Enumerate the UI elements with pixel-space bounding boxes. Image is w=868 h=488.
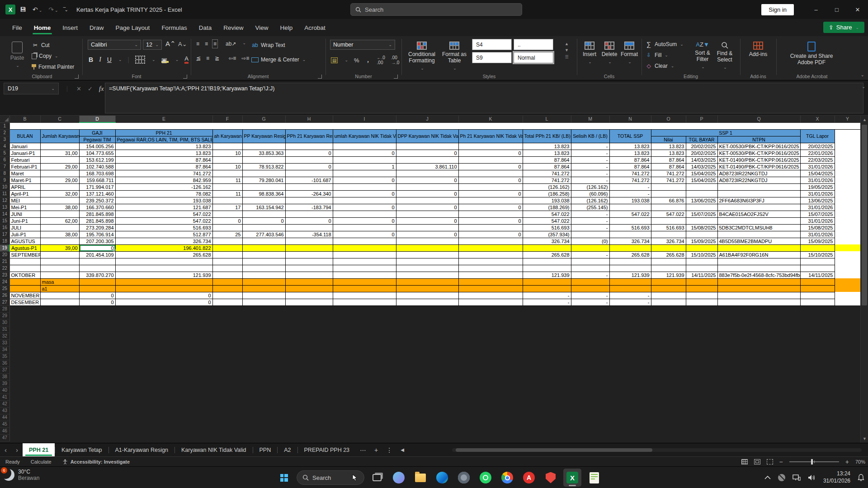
cell[interactable] <box>212 258 242 265</box>
cell[interactable] <box>800 265 835 272</box>
cell[interactable]: 159.668.711 <box>79 177 115 183</box>
sheet-tab-prepaid-pph-23[interactable]: PREPAID PPH 23 <box>298 443 356 457</box>
cell[interactable] <box>835 217 860 224</box>
cell[interactable]: 20/02/2025 <box>800 143 835 150</box>
cell[interactable]: 13.823 <box>523 150 571 156</box>
cell[interactable]: KET-00530/PBK-CT/KPP.0616/2025 <box>717 150 800 156</box>
wrap-text-button[interactable]: abWrap Text <box>251 40 285 51</box>
cell[interactable]: Maret <box>9 170 40 177</box>
font-family-select[interactable]: Calibri⌄ <box>88 40 141 50</box>
header-cell[interactable]: Pegawai RAR,OS LAIN, TIM, PIM, BTS SALES <box>115 136 212 143</box>
increase-indent-icon[interactable]: ⇨≡ <box>241 55 249 61</box>
cell[interactable]: 239.250.372 <box>79 197 115 204</box>
cell[interactable] <box>458 292 523 299</box>
cell[interactable] <box>609 217 651 224</box>
align-left-icon[interactable]: ≦︎ <box>196 55 201 61</box>
cell[interactable]: 66.876 <box>651 197 686 204</box>
cell[interactable] <box>333 156 396 163</box>
cell[interactable]: Januari-P1 <box>9 150 40 156</box>
column-header-K[interactable]: K <box>458 116 523 122</box>
cell[interactable]: 0 <box>396 204 458 211</box>
cell[interactable]: 0 <box>458 217 523 224</box>
cell[interactable]: 14/03/2025 <box>686 163 717 170</box>
cell[interactable] <box>609 265 651 272</box>
cell[interactable]: 265.628 <box>115 251 212 258</box>
cell[interactable] <box>242 143 285 150</box>
delete-cells-button[interactable]: Delete⌄ <box>599 38 619 64</box>
cell[interactable]: Januari <box>9 143 40 150</box>
cell[interactable] <box>458 285 523 292</box>
cell[interactable] <box>9 265 40 272</box>
cell[interactable]: 273.209.284 <box>79 224 115 231</box>
row-header[interactable]: 29 <box>0 312 9 319</box>
cell[interactable] <box>242 244 285 251</box>
number-dialog-launcher[interactable] <box>394 75 398 79</box>
cell[interactable]: 0 <box>458 204 523 211</box>
fill-button[interactable]: ⇩Fill⌄ <box>645 50 684 61</box>
cell[interactable]: 98.838.364 <box>242 190 285 197</box>
row-header[interactable]: 30 <box>0 319 9 326</box>
cell[interactable]: - <box>523 292 571 299</box>
row-header[interactable]: 3 <box>0 136 9 143</box>
cell[interactable] <box>40 251 79 258</box>
cell[interactable]: 166.370.660 <box>79 204 115 211</box>
cell[interactable]: 0 <box>333 150 396 156</box>
hidden-icons-chevron[interactable] <box>764 476 771 479</box>
cell[interactable]: -183.794 <box>285 204 333 211</box>
cell[interactable] <box>717 265 800 272</box>
cell[interactable] <box>333 224 396 231</box>
column-header-C[interactable]: C <box>40 116 79 122</box>
underline-button[interactable]: U <box>107 56 112 63</box>
cell[interactable] <box>9 366 860 373</box>
cell[interactable]: 0 <box>458 177 523 183</box>
row-header[interactable]: 11 <box>0 190 9 197</box>
row-header[interactable]: 45 <box>0 421 9 427</box>
cell[interactable]: 0 <box>458 163 523 170</box>
cell[interactable]: (126.162) <box>571 183 609 190</box>
cell[interactable]: 13.823 <box>115 150 212 156</box>
header-cell[interactable]: Pegawai TIM <box>79 136 115 143</box>
cell[interactable]: 11 <box>212 177 242 183</box>
clipboard-dialog-launcher[interactable] <box>75 75 79 79</box>
cell[interactable] <box>212 183 242 190</box>
cell[interactable]: - <box>571 272 609 278</box>
cell[interactable]: 15/04/2025 <box>686 177 717 183</box>
cell[interactable] <box>333 265 396 272</box>
cell[interactable]: AD8723IR22NKGTDJ <box>717 177 800 183</box>
cell[interactable]: 0 <box>396 190 458 197</box>
cell[interactable]: (186.258) <box>523 190 571 197</box>
cell[interactable] <box>800 244 835 251</box>
cell[interactable] <box>212 238 242 244</box>
header-cell[interactable]: PP Karyawan Resig <box>242 129 285 143</box>
cell[interactable] <box>333 211 396 217</box>
cell[interactable]: 281.845.898 <box>79 217 115 224</box>
cell[interactable] <box>9 427 860 434</box>
sheet-tab-karyawan-nik-tidak-valid[interactable]: Karyawan NIK Tidak Valid <box>175 443 253 457</box>
cell[interactable]: 201.454.109 <box>79 251 115 258</box>
row-header[interactable]: 8 <box>0 170 9 177</box>
cell[interactable] <box>609 244 651 251</box>
font-dialog-launcher[interactable] <box>183 75 187 79</box>
undo-icon[interactable]: ↶⌄ <box>33 6 42 13</box>
cell[interactable]: 741.272 <box>651 177 686 183</box>
header-cell[interactable]: TGL Lapor <box>800 129 835 143</box>
cell[interactable]: 0 <box>212 217 242 224</box>
cell[interactable]: (126.162) <box>571 197 609 204</box>
cell[interactable] <box>800 292 835 299</box>
cell[interactable]: 87.864 <box>609 163 651 170</box>
row-header[interactable]: 20 <box>0 251 9 258</box>
column-header-D[interactable]: D <box>79 116 115 122</box>
row-header[interactable]: 42 <box>0 400 9 407</box>
column-header-P[interactable]: P <box>686 116 717 122</box>
cell[interactable]: 13.823 <box>609 150 651 156</box>
header-cell[interactable]: umlah Karyawan NIK Tidak Val <box>333 129 396 143</box>
cell[interactable] <box>396 285 458 292</box>
cell[interactable] <box>285 285 333 292</box>
cell[interactable]: APRIL <box>9 183 40 190</box>
cell[interactable]: 87.864 <box>523 163 571 170</box>
cell[interactable]: 0 <box>285 150 333 156</box>
cell[interactable] <box>242 292 285 299</box>
styles-gallery-scroll[interactable]: ▲▼☰ <box>565 41 569 60</box>
cell[interactable] <box>571 278 609 285</box>
row-header[interactable]: 40 <box>0 387 9 394</box>
